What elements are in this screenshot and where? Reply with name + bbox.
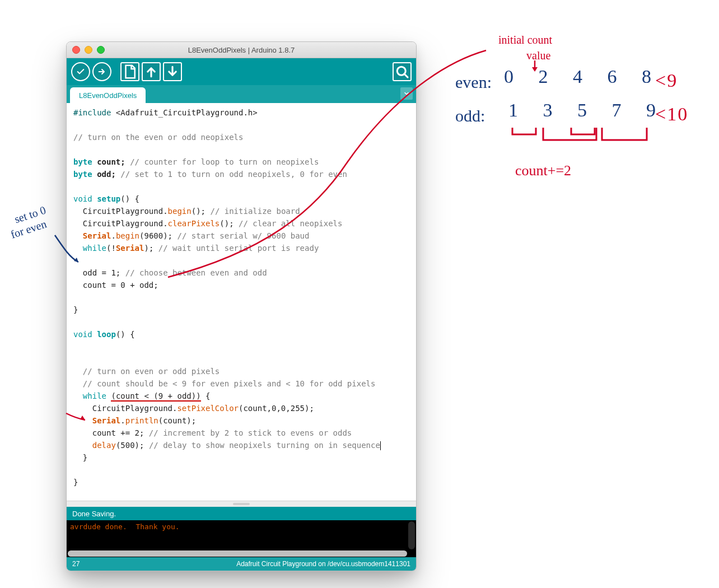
footer-bar: 27 Adafruit Circuit Playground on /dev/c…: [67, 557, 416, 571]
new-button[interactable]: [120, 62, 139, 81]
annotation-odd-label: odd:: [455, 106, 485, 125]
console-output[interactable]: avrdude done. Thank you.: [67, 520, 416, 557]
annotation-initial: initial count: [498, 34, 552, 46]
line-number: 27: [72, 560, 80, 568]
text-cursor: [380, 441, 381, 450]
tab-label: L8EvenOddPixels: [79, 91, 137, 100]
annotation-even-cond: <9: [655, 70, 678, 91]
tab-menu-button[interactable]: [400, 87, 413, 100]
code-editor[interactable]: #include <Adafruit_CircuitPlayground.h> …: [67, 103, 416, 501]
annotation-increment: count+=2: [515, 162, 571, 179]
annotation-odd-cond: <10: [655, 104, 688, 125]
serial-monitor-button[interactable]: [393, 62, 412, 81]
open-button[interactable]: [142, 62, 161, 81]
annotation-even-label: even:: [455, 73, 492, 92]
tab-bar: L8EvenOddPixels: [67, 85, 416, 103]
upload-button[interactable]: [92, 62, 111, 81]
annotation-value: value: [526, 49, 550, 62]
status-text: Done Saving.: [72, 510, 116, 518]
toolbar: [67, 58, 416, 85]
pane-resize-handle[interactable]: [67, 501, 416, 507]
console-line: avrdude done. Thank you.: [70, 522, 180, 531]
save-button[interactable]: [163, 62, 182, 81]
arduino-ide-window: L8EvenOddPixels | Arduino 1.8.7: [66, 41, 417, 571]
status-bar: Done Saving.: [67, 507, 416, 520]
window-title: L8EvenOddPixels | Arduino 1.8.7: [67, 46, 416, 54]
console-vscrollbar[interactable]: [408, 521, 415, 549]
annotation-even-nums: 0 2 4 6 8: [504, 66, 661, 87]
titlebar[interactable]: L8EvenOddPixels | Arduino 1.8.7: [67, 42, 416, 58]
annotation-odd-nums: 1 3 5 7 9: [508, 100, 666, 121]
verify-button[interactable]: [71, 62, 90, 81]
tab-sketch[interactable]: L8EvenOddPixels: [70, 87, 146, 103]
board-port: Adafruit Circuit Playground on /dev/cu.u…: [236, 560, 410, 568]
console-hscrollbar[interactable]: [68, 550, 407, 557]
